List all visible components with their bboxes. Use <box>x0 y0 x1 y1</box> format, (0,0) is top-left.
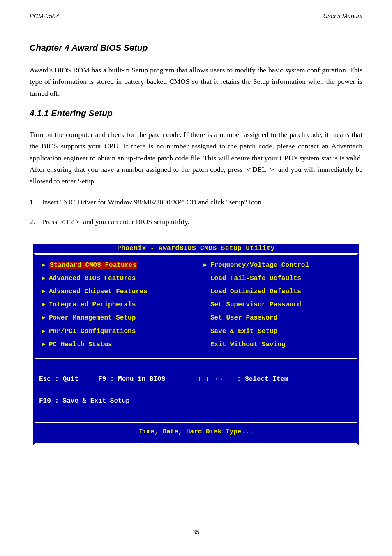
instruction-item: 2. Press ＜F2＞ and you can enter BIOS set… <box>30 216 362 227</box>
instruction-item: 1. Insert "NIC Driver for Window 98/ME/2… <box>30 196 362 208</box>
bios-key-line: ↑ ↓ → ← : Select Item <box>198 376 353 383</box>
submenu-arrow-icon: ▶ <box>203 262 210 269</box>
bios-menu-right: ▶Frequency/Voltage ControlLoad Fail-Safe… <box>196 255 357 358</box>
submenu-arrow-icon: ▶ <box>42 301 49 309</box>
bios-menu-item[interactable]: ▶Advanced Chipset Features <box>42 288 191 296</box>
instruction-text: Insert "NIC Driver for Window 98/ME/2000… <box>42 196 362 208</box>
bios-menu-left: ▶Standard CMOS Features▶Advanced BIOS Fe… <box>35 255 196 358</box>
bios-menu-item[interactable]: Load Optimized Defaults <box>203 288 353 296</box>
section-paragraph: Turn on the computer and check for the p… <box>30 129 362 187</box>
chapter-heading: Chapter 4 Award BIOS Setup <box>30 43 362 53</box>
bios-menu-item[interactable]: ▶Frequency/Voltage Control <box>203 262 353 269</box>
bios-menu-label: Save & Exit Setup <box>210 328 277 336</box>
instruction-number: 1. <box>30 196 42 208</box>
bios-menu-item[interactable]: ▶Standard CMOS Features <box>42 262 191 269</box>
submenu-arrow-icon: ▶ <box>42 288 49 296</box>
bios-key-line: F10 : Save & Exit Setup <box>39 398 198 405</box>
bios-menu-item[interactable]: ▶Power Management Setup <box>42 315 191 322</box>
header-left: PCM-9584 <box>30 12 59 19</box>
bios-menu-label: Set User Password <box>210 315 277 322</box>
bios-menu-item[interactable]: Load Fail-Safe Defaults <box>203 275 353 283</box>
bios-menu-grid: ▶Standard CMOS Features▶Advanced BIOS Fe… <box>35 255 357 358</box>
bios-menu-label: PnP/PCI Configurations <box>49 328 136 336</box>
intro-paragraph: Award's BIOS ROM has a built-in Setup pr… <box>30 64 362 99</box>
bios-menu-label: Power Management Setup <box>49 315 136 322</box>
header-right: User's Manual <box>323 12 362 19</box>
submenu-arrow-icon: ▶ <box>42 315 49 322</box>
bios-menu-item[interactable]: Set User Password <box>203 315 353 322</box>
bios-menu-label: PC Health Status <box>49 341 112 349</box>
bios-title: Phoenix - AwardBIOS CMOS Setup Utility <box>33 244 359 253</box>
bios-screenshot: Phoenix - AwardBIOS CMOS Setup Utility ▶… <box>33 244 359 444</box>
bios-menu-item[interactable]: ▶PnP/PCI Configurations <box>42 328 191 336</box>
submenu-arrow-icon: ▶ <box>42 328 49 336</box>
bios-menu-item[interactable]: ▶Integrated Peripherals <box>42 301 191 309</box>
bios-menu-label: Exit Without Saving <box>210 341 285 349</box>
page-header: PCM-9584 User's Manual <box>30 12 362 21</box>
section-heading: 4.1.1 Entering Setup <box>30 108 362 118</box>
bios-key-help: Esc : Quit F9 : Menu in BIOS F10 : Save … <box>35 358 357 422</box>
page-number: 35 <box>0 528 392 536</box>
submenu-arrow-icon: ▶ <box>42 341 49 349</box>
bios-menu-item[interactable]: Save & Exit Setup <box>203 328 353 336</box>
bios-menu-label: Frequency/Voltage Control <box>210 262 309 269</box>
instruction-number: 2. <box>30 216 42 227</box>
bios-menu-item[interactable]: ▶PC Health Status <box>42 341 191 349</box>
bios-context-help: Time, Date, Hard Disk Type... <box>35 422 357 443</box>
instruction-list: 1. Insert "NIC Driver for Window 98/ME/2… <box>30 196 362 228</box>
bios-menu-item[interactable]: Set Supervisor Password <box>203 301 353 309</box>
bios-menu-label: Load Fail-Safe Defaults <box>210 275 301 283</box>
bios-key-line: Esc : Quit F9 : Menu in BIOS <box>39 376 198 383</box>
bios-menu-item[interactable]: ▶Advanced BIOS Features <box>42 275 191 283</box>
instruction-text: Press ＜F2＞ and you can enter BIOS setup … <box>42 216 362 227</box>
bios-menu-label: Integrated Peripherals <box>49 301 136 309</box>
submenu-arrow-icon: ▶ <box>42 275 49 283</box>
bios-menu-label: Load Optimized Defaults <box>210 288 301 296</box>
submenu-arrow-icon: ▶ <box>42 262 49 269</box>
bios-menu-label: Standard CMOS Features <box>49 262 137 269</box>
bios-menu-label: Advanced BIOS Features <box>49 275 136 283</box>
bios-menu-label: Advanced Chipset Features <box>49 288 148 296</box>
bios-menu-label: Set Supervisor Password <box>210 301 301 309</box>
bios-menu-item[interactable]: Exit Without Saving <box>203 341 353 349</box>
